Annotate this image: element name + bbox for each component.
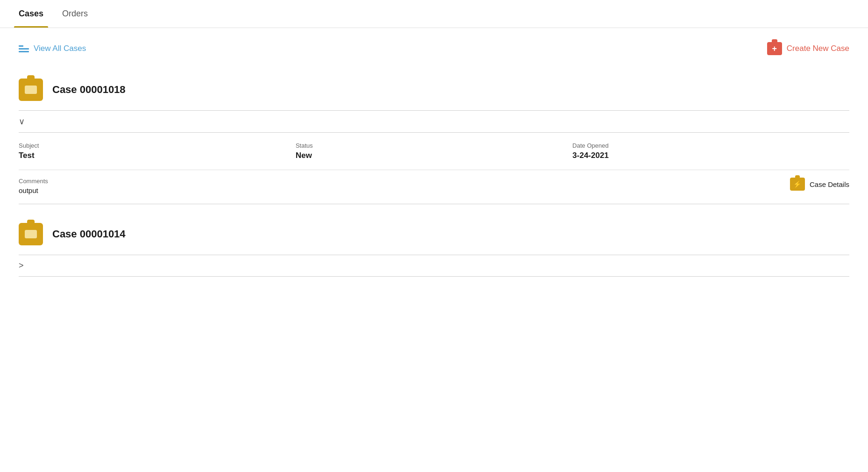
case-icon-2	[19, 223, 43, 245]
case-detail-section: Subject Test Status New Date Opened 3-24…	[19, 133, 849, 204]
case-expand-row-2[interactable]: >	[19, 255, 849, 277]
case-expand-row[interactable]: ∨	[19, 111, 849, 133]
case-header-2: Case 00001014	[19, 214, 849, 255]
comments-value: output	[19, 186, 790, 194]
tabs-bar: Cases Orders	[0, 0, 868, 28]
date-opened-field: Date Opened 3-24-2021	[572, 142, 849, 160]
tab-orders[interactable]: Orders	[57, 0, 92, 28]
case-item: Case 00001018 ∨ Subject Test Status New …	[0, 69, 868, 204]
status-value: New	[296, 151, 563, 160]
list-icon	[19, 45, 29, 52]
case-details-button[interactable]: ⚡ Case Details	[790, 178, 849, 191]
case-item-2: Case 00001014 >	[0, 214, 868, 277]
case-header: Case 00001018	[19, 69, 849, 111]
tab-cases[interactable]: Cases	[14, 0, 48, 28]
case-icon	[19, 79, 43, 101]
comments-row: Comments output ⚡ Case Details	[19, 170, 849, 194]
case-number: Case 00001018	[52, 84, 126, 96]
status-label: Status	[296, 142, 563, 149]
case-number-2: Case 00001014	[52, 228, 126, 240]
action-bar: View All Cases + Create New Case	[0, 28, 868, 69]
subject-label: Subject	[19, 142, 286, 149]
date-opened-value: 3-24-2021	[572, 151, 840, 160]
detail-row-main: Subject Test Status New Date Opened 3-24…	[19, 142, 849, 160]
subject-value: Test	[19, 151, 286, 160]
plus-icon: +	[772, 44, 777, 53]
date-opened-label: Date Opened	[572, 142, 840, 149]
subject-field: Subject Test	[19, 142, 296, 160]
comments-label: Comments	[19, 178, 790, 185]
comments-block: Comments output	[19, 178, 790, 194]
case-details-icon: ⚡	[790, 178, 805, 191]
chevron-right-icon: >	[19, 261, 24, 271]
chevron-down-icon: ∨	[19, 116, 25, 127]
create-new-case-button[interactable]: + Create New Case	[767, 42, 849, 55]
status-field: Status New	[296, 142, 573, 160]
view-all-cases-button[interactable]: View All Cases	[19, 44, 86, 53]
create-case-icon: +	[767, 42, 782, 55]
